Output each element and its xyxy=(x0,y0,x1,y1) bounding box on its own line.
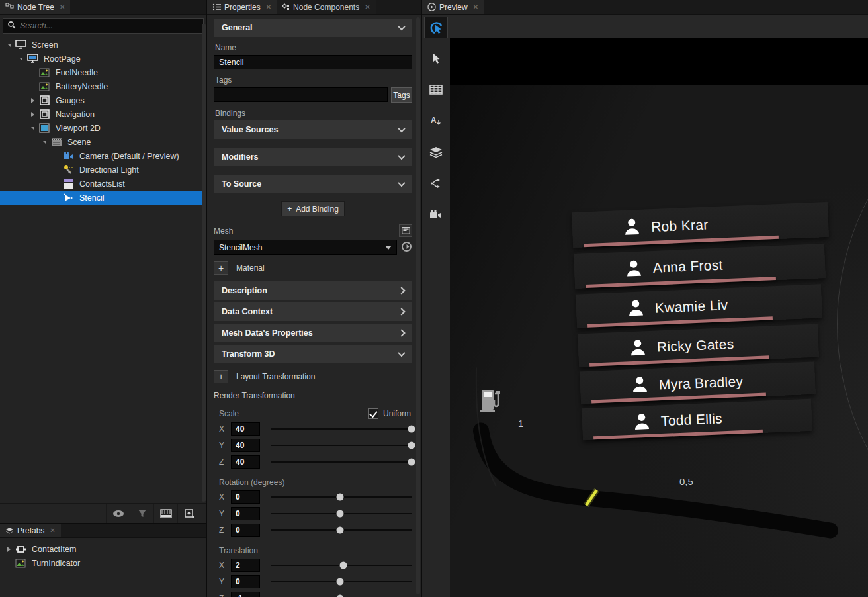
tags-field[interactable] xyxy=(214,87,388,102)
name-field[interactable] xyxy=(214,55,412,69)
translation-z-input[interactable] xyxy=(231,592,260,597)
grid-overlay-button[interactable] xyxy=(153,504,177,523)
layers-button[interactable] xyxy=(424,141,448,163)
scale-z-input[interactable] xyxy=(231,455,260,469)
tree-item-viewport2d[interactable]: Viewport 2D xyxy=(0,121,206,135)
translation-x-slider[interactable] xyxy=(271,565,412,566)
section-data-context[interactable]: Data Context xyxy=(214,302,412,321)
plus-box-icon[interactable]: + xyxy=(214,370,228,383)
node-tree-scrollbar[interactable] xyxy=(202,24,206,502)
tree-item-navigation[interactable]: Navigation xyxy=(0,107,206,121)
close-icon[interactable]: ✕ xyxy=(60,3,65,11)
tree-item-scene[interactable]: Scene xyxy=(0,135,206,149)
scale-x-input[interactable] xyxy=(231,422,260,436)
tab-prefabs[interactable]: Prefabs ✕ xyxy=(0,524,61,537)
search-box[interactable] xyxy=(3,18,204,34)
tree-item-contactslist[interactable]: ContactsList xyxy=(0,177,206,191)
close-icon[interactable]: ✕ xyxy=(50,527,55,534)
tree-item-stencil[interactable]: Stencil xyxy=(0,191,206,205)
tree-item-screen[interactable]: Screen xyxy=(0,38,206,52)
empty-node-icon xyxy=(38,95,50,106)
section-description[interactable]: Description xyxy=(214,281,412,300)
tab-properties[interactable]: Properties ✕ xyxy=(207,0,277,14)
scale-x-slider[interactable] xyxy=(271,428,412,430)
tree-item-rootpage[interactable]: RootPage xyxy=(0,52,206,66)
tab-node-components[interactable]: Node Components ✕ xyxy=(277,0,375,14)
prefab-icon xyxy=(15,544,26,555)
close-icon[interactable]: ✕ xyxy=(473,3,478,11)
translation-x-input[interactable] xyxy=(231,559,260,572)
rotation-z-input[interactable] xyxy=(231,524,260,537)
revert-icon[interactable] xyxy=(401,241,412,254)
search-input[interactable] xyxy=(20,21,199,30)
expander-open-icon[interactable] xyxy=(31,127,34,130)
tree-item-fuelneedle[interactable]: FuelNeedle xyxy=(0,66,206,79)
preview-toolbar xyxy=(422,15,868,38)
grid-view-button[interactable] xyxy=(424,79,448,101)
tree-item-directional-light[interactable]: Directional Light xyxy=(0,163,206,177)
expander-closed-icon[interactable] xyxy=(7,547,11,552)
expander-closed-icon[interactable] xyxy=(31,112,34,117)
prefabs-title: Prefabs xyxy=(17,526,44,535)
preview-viewport[interactable]: 1 0,5 Rob Krar Anna Frost xyxy=(450,38,868,597)
checkbox-checked-icon[interactable] xyxy=(368,408,378,419)
expander-closed-icon[interactable] xyxy=(31,98,34,103)
rotation-x-slider[interactable] xyxy=(271,496,412,498)
translation-y-input[interactable] xyxy=(231,575,260,588)
export-view-button[interactable] xyxy=(177,504,201,523)
tab-preview[interactable]: Preview ✕ xyxy=(422,0,484,14)
select-mode-button[interactable] xyxy=(424,48,448,69)
properties-scrollbar[interactable] xyxy=(416,17,420,594)
scale-y-row: Y xyxy=(214,437,412,453)
camera-tool-button[interactable] xyxy=(424,203,448,225)
node-tree-icon xyxy=(5,3,14,11)
translation-label: Translation xyxy=(219,546,258,555)
filter-button[interactable] xyxy=(130,504,153,523)
scale-y-slider[interactable] xyxy=(271,445,412,446)
tab-node-tree[interactable]: Node Tree ✕ xyxy=(0,0,70,14)
chevron-right-icon xyxy=(398,287,405,294)
tree-item-batteryneedle[interactable]: BatteryNeedle xyxy=(0,79,206,93)
node-tree-title: Node Tree xyxy=(17,3,54,12)
rotation-z-slider[interactable] xyxy=(271,529,412,531)
tree-item-gauges[interactable]: Gauges xyxy=(0,93,206,107)
fuel-pump-icon xyxy=(480,387,501,414)
expander-open-icon[interactable] xyxy=(19,58,22,61)
connections-button[interactable] xyxy=(424,172,448,194)
add-binding-button[interactable]: + Add Binding xyxy=(281,201,345,216)
plus-box-icon[interactable]: + xyxy=(214,261,228,275)
uniform-checkbox[interactable]: Uniform xyxy=(368,408,411,419)
close-icon[interactable]: ✕ xyxy=(365,3,370,11)
image-icon xyxy=(38,68,50,78)
properties-content: General Name Tags Tags Bindings Value So… xyxy=(207,15,421,597)
mesh-panel-icon[interactable] xyxy=(399,224,412,237)
section-to-source[interactable]: To Source xyxy=(214,175,412,193)
tree-item-camera[interactable]: Camera (Default / Preview) xyxy=(0,149,206,163)
translation-y-slider[interactable] xyxy=(271,581,412,582)
chevron-right-icon xyxy=(398,329,405,336)
section-modifiers[interactable]: Modifiers xyxy=(214,148,412,166)
tags-button[interactable]: Tags xyxy=(391,87,412,103)
expander-open-icon[interactable] xyxy=(43,141,46,144)
material-expander[interactable]: + Material xyxy=(214,261,412,275)
visibility-toggle-button[interactable] xyxy=(106,504,130,523)
prefab-item-contactitem[interactable]: ContactItem xyxy=(0,542,206,556)
rotation-y-slider[interactable] xyxy=(271,513,412,514)
empty-node-icon xyxy=(38,109,50,120)
rotation-x-input[interactable] xyxy=(231,490,260,504)
scale-z-slider[interactable] xyxy=(271,461,412,463)
section-transform-3d[interactable]: Transform 3D xyxy=(214,345,412,363)
layout-transformation-expander[interactable]: + Layout Transformation xyxy=(214,370,412,383)
scale-y-input[interactable] xyxy=(231,439,260,452)
mesh-dropdown[interactable]: StencilMesh xyxy=(214,240,397,255)
person-icon xyxy=(628,338,647,359)
section-general[interactable]: General xyxy=(214,19,412,37)
section-mesh-data-properties[interactable]: Mesh Data's Properties xyxy=(214,324,412,342)
text-tool-button[interactable]: A xyxy=(424,110,448,132)
close-icon[interactable]: ✕ xyxy=(266,3,271,11)
prefab-item-turnindicator[interactable]: TurnIndicator xyxy=(0,556,206,570)
interact-mode-button[interactable] xyxy=(424,17,448,38)
section-value-sources[interactable]: Value Sources xyxy=(214,120,412,139)
expander-open-icon[interactable] xyxy=(7,44,11,47)
rotation-y-input[interactable] xyxy=(231,507,260,520)
